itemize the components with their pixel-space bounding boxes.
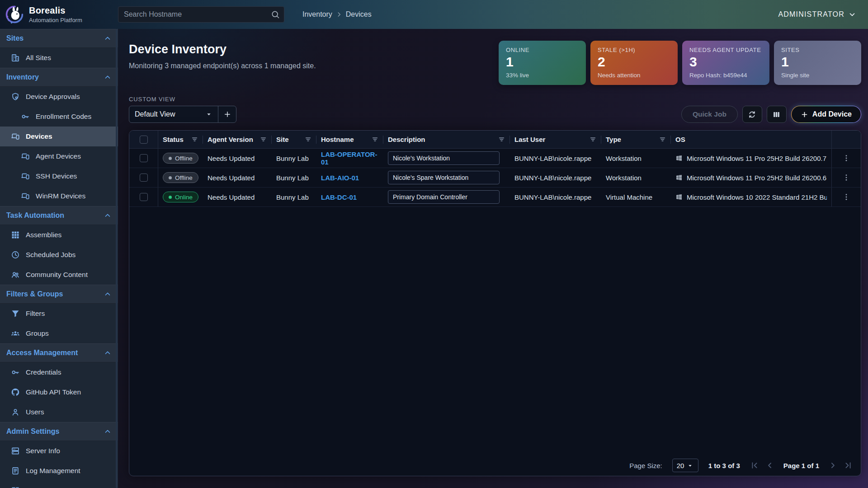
- user-menu[interactable]: ADMINISTRATOR: [778, 10, 856, 19]
- column-header-status[interactable]: Status: [158, 131, 203, 148]
- stat-card-online: ONLINE 1 33% live: [499, 41, 586, 85]
- windows-icon: [675, 193, 683, 201]
- page-size-select[interactable]: 20: [672, 459, 698, 472]
- sidebar-section-admin-settings[interactable]: Admin Settings: [0, 422, 118, 441]
- row-menu-button[interactable]: [840, 152, 853, 164]
- funnel-icon: [11, 309, 20, 318]
- device-table-panel: Status Agent Version Site Hostname Descr…: [129, 130, 861, 476]
- search-input[interactable]: [118, 6, 284, 23]
- page-title: Device Inventory: [129, 42, 316, 56]
- page-subtitle: Monitoring 3 managed endpoint(s) across …: [129, 62, 316, 70]
- table-row: Offline Needs Updated Bunny Lab LAB-AIO-…: [129, 168, 861, 188]
- add-view-button[interactable]: [218, 106, 236, 122]
- hostname-link[interactable]: LAB-DC-01: [321, 193, 357, 201]
- brand-name: Borealis: [29, 5, 82, 16]
- chevron-down-icon: [848, 10, 856, 19]
- devices-icon: [21, 172, 30, 181]
- sidebar-item-agent-devices[interactable]: Agent Devices: [0, 146, 118, 166]
- hostname-link[interactable]: LAB-AIO-01: [321, 174, 359, 182]
- key-icon: [11, 368, 20, 377]
- columns-button[interactable]: [767, 106, 787, 123]
- refresh-button[interactable]: [742, 106, 762, 123]
- os-cell: Microsoft Windows 11 Pro 25H2 Build 2620…: [687, 174, 826, 182]
- row-menu-button[interactable]: [840, 171, 853, 184]
- brand-tagline: Automation Platform: [29, 17, 82, 23]
- row-checkbox[interactable]: [140, 154, 148, 162]
- breadcrumb-devices[interactable]: Devices: [346, 10, 372, 19]
- sidebar-section-sites[interactable]: Sites: [0, 29, 118, 48]
- column-header-site[interactable]: Site: [272, 131, 316, 148]
- column-header-os[interactable]: OS: [671, 131, 831, 148]
- sidebar-item-log-management[interactable]: Log Management: [0, 461, 118, 481]
- sidebar-item-assemblies[interactable]: Assemblies: [0, 225, 118, 245]
- sidebar-nav: Sites All Sites Inventory Device Approva…: [0, 29, 118, 488]
- sidebar-section-task-automation[interactable]: Task Automation: [0, 206, 118, 225]
- refresh-icon: [748, 110, 756, 119]
- prev-page-icon[interactable]: [765, 461, 774, 470]
- sidebar-item-github-api-token[interactable]: GitHub API Token: [0, 382, 118, 402]
- sidebar-scrollbar[interactable]: [116, 29, 118, 488]
- sidebar-item-community-content[interactable]: Community Content: [0, 265, 118, 285]
- sidebar-item-devices[interactable]: Devices: [0, 127, 118, 146]
- sidebar-item-filters[interactable]: Filters: [0, 304, 118, 324]
- quick-job-button[interactable]: Quick Job: [681, 106, 738, 123]
- row-menu-button[interactable]: [840, 191, 853, 203]
- stat-card-sites: SITES 1 Single site: [774, 41, 861, 85]
- sidebar-item-page-template[interactable]: Page Template: [0, 481, 118, 488]
- key-icon: [21, 112, 30, 121]
- type-cell: Workstation: [601, 149, 671, 168]
- table-row: Online Needs Updated Bunny Lab LAB-DC-01…: [129, 188, 861, 207]
- sidebar-item-ssh-devices[interactable]: SSH Devices: [0, 166, 118, 186]
- sidebar-section-filters-groups[interactable]: Filters & Groups: [0, 285, 118, 304]
- sidebar-item-scheduled-jobs[interactable]: Scheduled Jobs: [0, 245, 118, 265]
- column-header-last-user[interactable]: Last User: [510, 131, 601, 148]
- stat-card-needs-agent-update: NEEDS AGENT UPDATE 3 Repo Hash: b459e44: [682, 41, 769, 85]
- sidebar: Sites All Sites Inventory Device Approva…: [0, 29, 118, 488]
- sidebar-item-users[interactable]: Users: [0, 402, 118, 422]
- chevron-up-icon: [104, 211, 112, 220]
- community-icon: [11, 270, 20, 279]
- row-checkbox[interactable]: [140, 174, 148, 182]
- building-icon: [11, 53, 20, 62]
- stat-cards: ONLINE 1 33% live STALE (>1H) 2 Needs at…: [499, 41, 861, 85]
- sidebar-item-winrm-devices[interactable]: WinRM Devices: [0, 186, 118, 206]
- description-input[interactable]: [388, 151, 500, 165]
- column-header-description[interactable]: Description: [383, 131, 510, 148]
- main-content: Device Inventory Monitoring 3 managed en…: [118, 29, 868, 488]
- topbar: Borealis Automation Platform Inventory D…: [0, 0, 868, 29]
- sidebar-item-groups[interactable]: Groups: [0, 324, 118, 343]
- first-page-icon[interactable]: [750, 461, 759, 470]
- sidebar-item-server-info[interactable]: Server Info: [0, 441, 118, 461]
- column-header-type[interactable]: Type: [601, 131, 671, 148]
- sidebar-item-all-sites[interactable]: All Sites: [0, 48, 118, 68]
- status-dot-icon: [169, 176, 172, 179]
- filter-lines-icon: [259, 136, 267, 143]
- pagination-bar: Page Size: 20 1 to 3 of 3 Page 1 of 1: [129, 455, 861, 476]
- filter-lines-icon: [659, 136, 666, 143]
- next-page-icon[interactable]: [828, 461, 837, 470]
- sidebar-item-device-approvals[interactable]: Device Approvals: [0, 87, 118, 107]
- view-select[interactable]: Default View: [129, 106, 218, 122]
- devices-icon: [21, 152, 30, 161]
- description-input[interactable]: [388, 171, 500, 184]
- groups-icon: [11, 329, 20, 338]
- stat-card-stale-1h: STALE (>1H) 2 Needs attention: [590, 41, 678, 85]
- search-icon: [271, 10, 280, 19]
- sidebar-item-enrollment-codes[interactable]: Enrollment Codes: [0, 107, 118, 127]
- last-user-cell: BUNNY-LAB\nicole.rappe: [510, 168, 601, 187]
- os-cell: Microsoft Windows 11 Pro 25H2 Build 2620…: [687, 155, 826, 162]
- sidebar-item-credentials[interactable]: Credentials: [0, 362, 118, 382]
- hostname-link[interactable]: LAB-OPERATOR-01: [321, 150, 379, 166]
- agent-version-cell: Needs Updated: [203, 149, 272, 168]
- description-input[interactable]: [388, 190, 500, 204]
- row-checkbox[interactable]: [140, 193, 148, 201]
- select-all-checkbox[interactable]: [140, 136, 148, 144]
- site-cell: Bunny Lab: [272, 188, 316, 206]
- sidebar-section-inventory[interactable]: Inventory: [0, 68, 118, 87]
- sidebar-section-access-management[interactable]: Access Management: [0, 343, 118, 362]
- breadcrumb-inventory[interactable]: Inventory: [302, 10, 332, 19]
- add-device-button[interactable]: Add Device: [791, 106, 861, 123]
- column-header-hostname[interactable]: Hostname: [316, 131, 383, 148]
- last-page-icon[interactable]: [844, 461, 853, 470]
- column-header-agent-version[interactable]: Agent Version: [203, 131, 272, 148]
